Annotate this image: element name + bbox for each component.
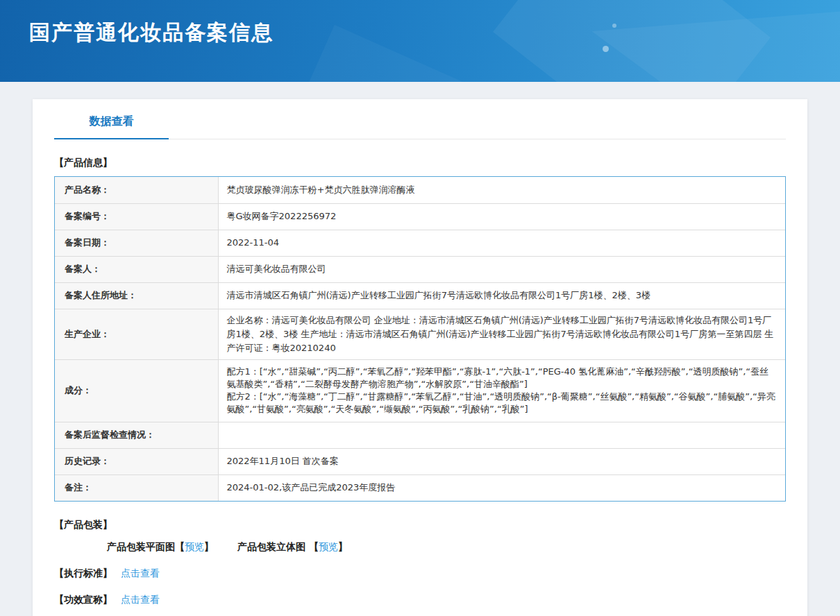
row-label: 成分： [55, 359, 218, 422]
table-row-record-date: 备案日期： 2022-11-04 [55, 230, 785, 256]
tab-bar: 数据查看 [54, 99, 786, 139]
row-value: 2022-11-04 [218, 230, 785, 256]
section-title-efficacy: 【功效宣称】 [54, 594, 112, 605]
packaging-3d-preview-link[interactable]: 预览 [319, 541, 338, 552]
row-label: 备案后监督检查情况： [55, 422, 218, 448]
packaging-3d-label: 产品包装立体图 [237, 541, 309, 552]
row-value: 梵贞玻尿酸弹润冻干粉+梵贞六胜肽弹润溶酶液 [218, 177, 785, 203]
table-row-history: 历史记录： 2022年11月10日 首次备案 [55, 448, 785, 474]
section-title-standard: 【执行标准】 [54, 567, 112, 579]
row-label: 备案人： [55, 256, 218, 282]
standard-row: 【执行标准】点击查看 [54, 567, 786, 580]
packaging-flat-item: 产品包装平面图【预览】 [107, 541, 214, 554]
table-row-product-name: 产品名称： 梵贞玻尿酸弹润冻干粉+梵贞六胜肽弹润溶酶液 [55, 177, 785, 203]
table-row-registrant-address: 备案人住所地址： 清远市清城区石角镇广州(清远)产业转移工业园广拓街7号清远欧博… [55, 282, 785, 309]
row-label: 备案编号： [55, 203, 218, 230]
tab-data-view[interactable]: 数据查看 [54, 114, 169, 139]
banner-decoration [278, 25, 500, 82]
row-value: 企业名称：清远可美化妆品有限公司 企业地址：清远市清城区石角镇广州(清远)产业转… [218, 309, 785, 359]
packaging-flat-preview-link[interactable]: 预览 [185, 541, 204, 552]
packaging-3d-item: 产品包装立体图 【预览】 [237, 541, 348, 554]
formula-line-2: 配方2：[“水”,“海藻糖”,“丁二醇”,“甘露糖醇”,“苯氧乙醇”,“甘油”,… [227, 391, 778, 416]
packaging-flat-label: 产品包装平面图 [107, 541, 175, 552]
table-row-record-number: 备案编号： 粤G妆网备字2022256972 [55, 203, 785, 230]
bracket-close: 】 [338, 541, 348, 552]
content-card: 数据查看 【产品信息】 产品名称： 梵贞玻尿酸弹润冻干粉+梵贞六胜肽弹润溶酶液 … [33, 99, 807, 616]
row-label: 备注： [55, 474, 218, 501]
section-title-packaging: 【产品包装】 [54, 519, 786, 531]
row-value: 2024-01-02,该产品已完成2023年度报告 [218, 474, 785, 501]
efficacy-row: 【功效宣称】点击查看 [54, 594, 786, 606]
row-value: 清远可美化妆品有限公司 [218, 256, 785, 282]
table-row-remark: 备注： 2024-01-02,该产品已完成2023年度报告 [55, 474, 785, 501]
row-value: 2022年11月10日 首次备案 [218, 448, 785, 474]
product-info-table: 产品名称： 梵贞玻尿酸弹润冻干粉+梵贞六胜肽弹润溶酶液 备案编号： 粤G妆网备字… [54, 176, 786, 502]
table-row-inspection: 备案后监督检查情况： [55, 422, 785, 448]
row-label: 备案日期： [55, 230, 218, 256]
banner-dot-decoration [612, 24, 616, 28]
section-title-product-info: 【产品信息】 [54, 157, 786, 169]
row-value: 配方1：[“水”,“甜菜碱”,“丙二醇”,“苯氧乙醇”,“羟苯甲酯”,“寡肽-1… [218, 359, 785, 422]
efficacy-view-link[interactable]: 点击查看 [121, 594, 160, 605]
row-label: 历史记录： [55, 448, 218, 474]
row-value: 清远市清城区石角镇广州(清远)产业转移工业园广拓街7号清远欧博化妆品有限公司1号… [218, 282, 785, 309]
page-banner: 国产普通化妆品备案信息 [0, 0, 840, 82]
table-row-registrant: 备案人： 清远可美化妆品有限公司 [55, 256, 785, 282]
standard-view-link[interactable]: 点击查看 [121, 567, 160, 579]
table-row-ingredients: 成分： 配方1：[“水”,“甜菜碱”,“丙二醇”,“苯氧乙醇”,“羟苯甲酯”,“… [55, 359, 785, 422]
page-title: 国产普通化妆品备案信息 [29, 19, 274, 47]
banner-dot-decoration [603, 46, 609, 52]
row-label: 产品名称： [55, 177, 218, 203]
table-row-manufacturer: 生产企业： 企业名称：清远可美化妆品有限公司 企业地址：清远市清城区石角镇广州(… [55, 309, 785, 359]
bracket-open: 【 [175, 541, 185, 552]
bracket-close: 】 [204, 541, 214, 552]
packaging-row: 产品包装平面图【预览】 产品包装立体图 【预览】 [107, 541, 786, 554]
row-label: 生产企业： [55, 309, 218, 359]
formula-line-1: 配方1：[“水”,“甜菜碱”,“丙二醇”,“苯氧乙醇”,“羟苯甲酯”,“寡肽-1… [227, 366, 778, 391]
row-value [218, 422, 785, 448]
row-label: 备案人住所地址： [55, 282, 218, 309]
row-value: 粤G妆网备字2022256972 [218, 203, 785, 230]
bracket-open: 【 [309, 541, 319, 552]
